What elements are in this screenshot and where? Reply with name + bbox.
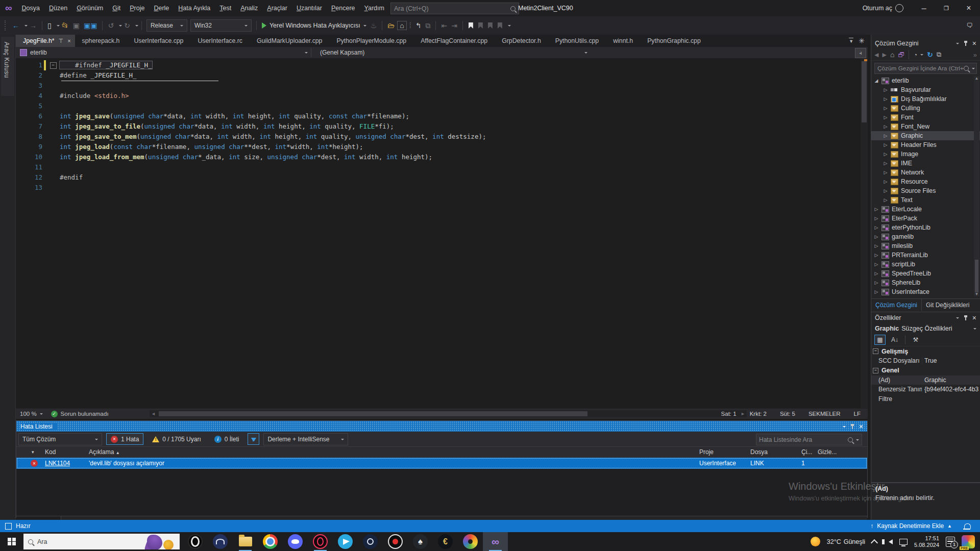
line-indicator[interactable]: Sat: 1: [721, 411, 737, 417]
home-button[interactable]: ⌂: [397, 21, 406, 30]
toolbar-overflow-icon[interactable]: »: [973, 51, 977, 59]
solution-explorer-search-box[interactable]: Çözüm Gezgini İçinde Ara (Ctrl+: [874, 63, 977, 74]
tree-collapsed-arrow-icon[interactable]: ▷: [883, 87, 888, 92]
menu-dosya[interactable]: Dosya: [17, 0, 44, 16]
toolbar-overflow-dropdown[interactable]: [508, 25, 511, 28]
properties-menu-dropdown[interactable]: [956, 317, 959, 320]
project-scope-combo[interactable]: eterlib: [30, 49, 47, 56]
property-row-ad[interactable]: (Ad)Graphic: [871, 375, 980, 385]
taskbar-app-vs[interactable]: ∞: [483, 532, 508, 551]
editor-horizontal-scrollbar[interactable]: ◄ ►: [150, 410, 747, 417]
pin-icon[interactable]: ⊤: [59, 35, 64, 47]
tab-userinterface-cpp[interactable]: UserInterface.cpp: [127, 35, 190, 47]
find-in-files-button[interactable]: 🗁︎: [386, 20, 396, 31]
tree-item-eterlib[interactable]: ◢eterlib: [871, 76, 980, 85]
taskbar-app-telegram[interactable]: [333, 532, 358, 551]
tab-guildmarkuploader-cpp[interactable]: GuildMarkUploader.cpp: [250, 35, 330, 47]
suppress-column[interactable]: Gizle...: [818, 448, 864, 456]
zoom-level-combo[interactable]: 100 %: [20, 411, 37, 417]
save-all-button[interactable]: ▣▣: [82, 20, 99, 31]
clock-widget[interactable]: 17:51 5.08.2024: [914, 535, 939, 548]
previous-bookmark-button[interactable]: [478, 22, 483, 29]
tree-collapsed-arrow-icon[interactable]: ▷: [883, 106, 888, 111]
pin-icon[interactable]: [850, 424, 855, 429]
taskbar-app-wheel[interactable]: [458, 532, 483, 551]
restore-button[interactable]: ❐: [935, 0, 958, 16]
solution-explorer-scrollbar[interactable]: ▲ ▼: [974, 76, 979, 296]
tree-collapsed-arrow-icon[interactable]: ▷: [874, 225, 879, 230]
redo-dropdown[interactable]: [135, 25, 138, 28]
tree-item-spherelib[interactable]: ▷SphereLib: [871, 278, 980, 287]
code-column[interactable]: Kod: [45, 448, 89, 456]
description-column[interactable]: Açıklama ▲: [89, 448, 699, 456]
taskbar-search-box[interactable]: Ara: [23, 534, 180, 549]
configuration-combo[interactable]: Release: [146, 19, 187, 32]
error-list-search-box[interactable]: Hata Listesinde Ara: [756, 434, 862, 445]
menu-analiz[interactable]: Analiz: [236, 0, 262, 16]
menu-pencere[interactable]: Pencere: [327, 0, 360, 16]
collapse-icon[interactable]: −: [873, 348, 878, 354]
property-pages-wrench-icon[interactable]: ⚒︎: [911, 335, 921, 344]
column-indicator[interactable]: Süt: 5: [780, 411, 795, 417]
alphabetical-sort-icon[interactable]: A↓: [890, 335, 900, 344]
home-icon[interactable]: ⌂: [890, 51, 894, 59]
start-button[interactable]: [0, 532, 23, 551]
toggle-bookmark-button[interactable]: [469, 22, 473, 29]
premiere-tray-icon[interactable]: PRE: [962, 535, 975, 548]
eol-indicator[interactable]: LF: [854, 411, 861, 417]
send-feedback-icon[interactable]: 🗨︎: [967, 22, 973, 29]
tree-item-network[interactable]: ▷Network: [871, 168, 980, 177]
increase-indent-button[interactable]: ⇥: [450, 20, 459, 31]
taskbar-app-spade[interactable]: ♠: [408, 532, 433, 551]
tree-item-mileslib[interactable]: ▷mileslib: [871, 241, 980, 251]
tree-expanded-arrow-icon[interactable]: ◢: [874, 78, 879, 83]
zoom-dropdown[interactable]: [40, 413, 43, 416]
tab-userinterface-rc[interactable]: UserInterface.rc: [190, 35, 249, 47]
tree-item-culling[interactable]: ▷Culling: [871, 104, 980, 113]
tree-collapsed-arrow-icon[interactable]: ▷: [874, 243, 879, 248]
property-value[interactable]: {b94ef402-efc4-4b3: [922, 386, 979, 393]
error-scope-combo[interactable]: Tüm Çözüm: [18, 433, 102, 445]
tree-item-resource[interactable]: ▷Resource: [871, 177, 980, 186]
tab-affectflagcontainer-cpp[interactable]: AffectFlagContainer.cpp: [413, 35, 495, 47]
back-icon[interactable]: ◀: [874, 52, 878, 58]
taskbar-app-steam[interactable]: [358, 532, 383, 551]
start-debugging-button[interactable]: Yerel Windows Hata Ayıklayıcısı: [260, 22, 369, 29]
editor-vertical-scrollbar[interactable]: [861, 58, 868, 408]
taskbar-app-discord[interactable]: [283, 532, 308, 551]
decrease-indent-button[interactable]: ⇤: [439, 20, 449, 31]
menu-hata-ay-kla[interactable]: Hata Ayıkla: [174, 0, 215, 16]
code-editor[interactable]: 1− #ifndef _JPEGFILE_H_2#define _JPEGFIL…: [16, 58, 868, 408]
indent-mode-indicator[interactable]: SEKMELER: [808, 411, 841, 417]
scope-combo-dropdown[interactable]: [584, 52, 587, 55]
split-editor-button[interactable]: ⫞: [855, 48, 866, 58]
tab-spherepack-h[interactable]: spherepack.h: [75, 35, 127, 47]
pin-icon[interactable]: [963, 41, 968, 46]
taskbar-app-euro[interactable]: €: [433, 532, 458, 551]
sign-in-button[interactable]: Oturum aç: [863, 5, 892, 12]
menu-g-r-n-m[interactable]: Görünüm: [72, 0, 108, 16]
tree-collapsed-arrow-icon[interactable]: ▷: [874, 289, 879, 294]
category-column[interactable]: ▾: [16, 449, 45, 455]
menu-git[interactable]: Git: [108, 0, 125, 16]
menu-test[interactable]: Test: [215, 0, 236, 16]
tree-item-header-files[interactable]: ▷Header Files: [871, 140, 980, 149]
panel-tab-z-m-gezgini[interactable]: Çözüm Gezgini: [871, 299, 922, 311]
tree-item-ime[interactable]: ▷IME: [871, 159, 980, 168]
collapse-icon[interactable]: −: [873, 368, 878, 373]
tree-item-userinterface[interactable]: ▷UserInterface: [871, 287, 980, 296]
errors-toggle[interactable]: × 1 Hata: [106, 433, 143, 445]
tree-collapsed-arrow-icon[interactable]: ▷: [883, 96, 888, 102]
project-scope-dropdown[interactable]: [305, 52, 308, 55]
sync-with-active-document-button[interactable]: ↰: [414, 20, 423, 31]
hot-reload-icon[interactable]: ♨︎: [369, 20, 379, 31]
taskbar-app-explorer[interactable]: [233, 532, 258, 551]
taskbar-app-social[interactable]: [208, 532, 233, 551]
menu-yard-m[interactable]: Yardım: [360, 0, 389, 16]
tree-collapsed-arrow-icon[interactable]: ▷: [883, 115, 888, 120]
weather-widget[interactable]: 32°CGüneşli: [827, 538, 865, 545]
tree-item-eterpythonlib[interactable]: ▷eterPythonLib: [871, 223, 980, 232]
tree-item-gamelib[interactable]: ▷gamelib: [871, 232, 980, 241]
taskbar-app-recorder[interactable]: [383, 532, 408, 551]
menu-derle[interactable]: Derle: [149, 0, 174, 16]
